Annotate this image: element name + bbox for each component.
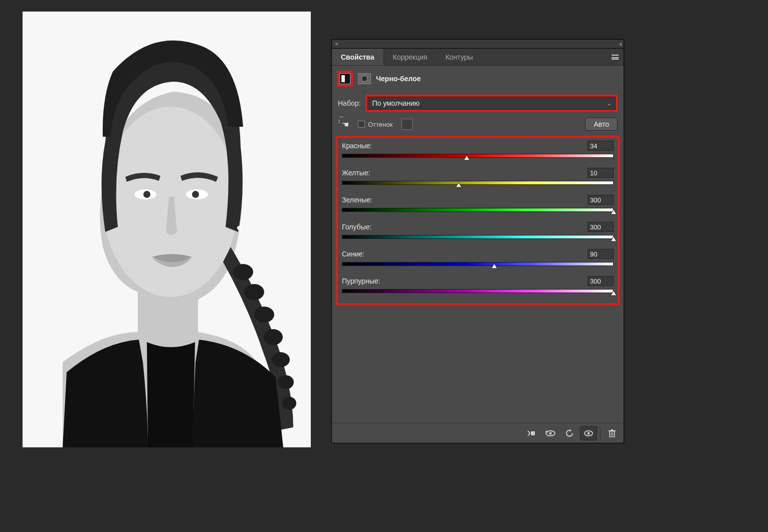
- highlight-preset-dropdown: По умолчанию ⌄: [365, 95, 618, 112]
- slider-blue: Синие:: [342, 249, 614, 269]
- tint-row: ☚ Оттенок Авто: [332, 116, 624, 136]
- close-icon[interactable]: ×: [335, 41, 338, 48]
- preset-dropdown[interactable]: По умолчанию ⌄: [367, 97, 616, 110]
- adjustment-title: Черно-белое: [376, 75, 421, 83]
- slider-green-thumb[interactable]: [610, 209, 617, 215]
- view-previous-icon[interactable]: [542, 426, 559, 440]
- slider-blue-track[interactable]: [342, 262, 614, 269]
- slider-magenta: Пурпурные:: [342, 276, 614, 296]
- clip-to-layer-icon[interactable]: [523, 426, 540, 440]
- slider-magenta-track[interactable]: [342, 289, 614, 296]
- slider-cyan: Голубые:: [342, 222, 614, 242]
- slider-yellow-value[interactable]: [588, 168, 614, 178]
- canvas-image: [23, 12, 311, 447]
- trash-icon[interactable]: [604, 426, 621, 440]
- slider-blue-value[interactable]: [588, 249, 614, 259]
- footer-separator: [600, 428, 601, 439]
- tint-label: Оттенок: [368, 121, 393, 128]
- svg-point-13: [237, 226, 241, 230]
- svg-point-12: [192, 191, 199, 198]
- adjustment-header: Черно-белое: [332, 66, 624, 92]
- svg-point-2: [233, 264, 253, 280]
- slider-cyan-thumb[interactable]: [610, 236, 617, 242]
- slider-red-label: Красные:: [342, 142, 372, 150]
- slider-green-value[interactable]: [588, 195, 614, 205]
- slider-magenta-label: Пурпурные:: [342, 277, 380, 285]
- slider-blue-thumb[interactable]: [491, 263, 498, 269]
- tab-paths[interactable]: Контуры: [436, 49, 482, 65]
- slider-cyan-track[interactable]: [342, 235, 614, 242]
- panel-menu-icon[interactable]: [607, 49, 624, 65]
- bw-adjustment-icon[interactable]: [339, 73, 350, 84]
- svg-rect-20: [609, 430, 616, 431]
- svg-point-10: [143, 191, 150, 198]
- slider-red: Красные:: [342, 141, 614, 161]
- properties-panel: × ‹‹ Свойства Коррекция Контуры Черно-бе…: [331, 39, 624, 443]
- slider-red-value[interactable]: [588, 141, 614, 151]
- svg-rect-14: [531, 431, 535, 435]
- svg-point-16: [549, 432, 552, 434]
- reset-icon[interactable]: [561, 426, 578, 440]
- slider-yellow: Желтые:: [342, 168, 614, 188]
- svg-point-7: [278, 375, 294, 389]
- svg-point-18: [588, 432, 590, 434]
- toggle-visibility-icon[interactable]: [580, 426, 597, 440]
- targeted-adjust-icon[interactable]: ☚: [340, 119, 351, 130]
- slider-magenta-thumb[interactable]: [610, 290, 617, 296]
- highlight-sliders: Красные: Желтые:: [336, 136, 620, 305]
- svg-point-8: [282, 397, 296, 410]
- svg-point-6: [272, 352, 290, 367]
- slider-yellow-track[interactable]: [342, 181, 614, 188]
- auto-button[interactable]: Авто: [585, 118, 618, 131]
- panel-footer: [332, 423, 624, 443]
- svg-point-4: [254, 307, 274, 323]
- slider-yellow-label: Желтые:: [342, 169, 370, 177]
- slider-cyan-label: Голубые:: [342, 223, 371, 231]
- panel-titlebar: × ‹‹: [332, 40, 624, 49]
- preset-label: Набор:: [338, 99, 360, 107]
- layer-mask-icon[interactable]: [358, 73, 371, 84]
- slider-magenta-value[interactable]: [588, 276, 614, 286]
- highlight-adjustment-icon: [337, 71, 353, 87]
- collapse-icon[interactable]: ‹‹: [620, 41, 621, 48]
- panel-tabs: Свойства Коррекция Контуры: [332, 49, 624, 66]
- tint-color-swatch[interactable]: [402, 119, 413, 130]
- svg-point-5: [264, 329, 283, 345]
- slider-red-thumb[interactable]: [463, 155, 470, 161]
- slider-green-label: Зеленые:: [342, 196, 372, 204]
- tab-adjustments[interactable]: Коррекция: [384, 49, 437, 65]
- slider-green: Зеленые:: [342, 195, 614, 215]
- slider-red-track[interactable]: [342, 154, 614, 161]
- svg-point-3: [244, 284, 264, 300]
- slider-yellow-thumb[interactable]: [455, 182, 462, 188]
- tint-checkbox[interactable]: [358, 121, 365, 128]
- preset-value: По умолчанию: [372, 99, 420, 107]
- tab-properties[interactable]: Свойства: [332, 49, 384, 65]
- slider-green-track[interactable]: [342, 208, 614, 215]
- svg-rect-21: [611, 429, 613, 430]
- slider-blue-label: Синие:: [342, 250, 364, 258]
- slider-cyan-value[interactable]: [588, 222, 614, 232]
- preset-row: Набор: По умолчанию ⌄: [332, 92, 624, 116]
- chevron-down-icon: ⌄: [607, 101, 611, 106]
